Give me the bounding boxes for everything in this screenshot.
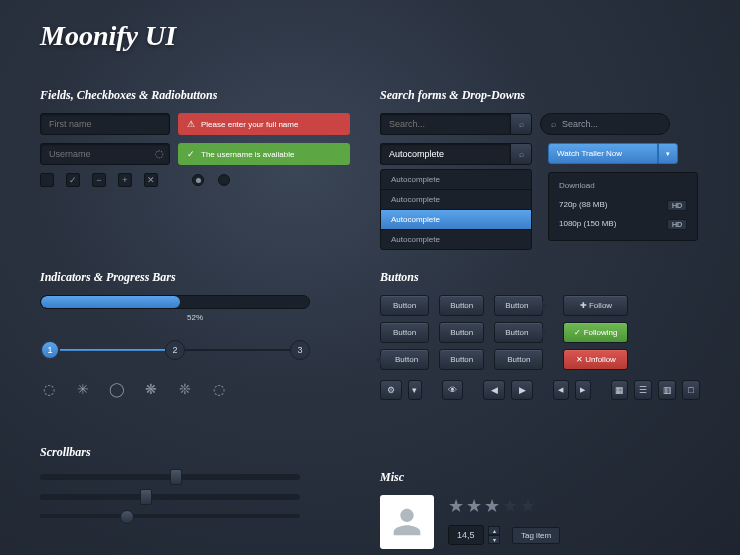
- button-arrow-right[interactable]: Button: [494, 295, 543, 316]
- dropdown-item[interactable]: Autocomplete: [381, 190, 531, 210]
- avatar: [380, 495, 434, 549]
- search-icon: ⌕: [519, 119, 524, 129]
- button[interactable]: Button: [439, 295, 484, 316]
- button-arrow-left[interactable]: Button: [380, 349, 429, 370]
- view-single-button[interactable]: □: [682, 380, 700, 400]
- button[interactable]: Button: [380, 295, 429, 316]
- spinner-icon: ◌: [40, 380, 58, 398]
- watch-trailer-label: Watch Trailer Now: [548, 143, 658, 164]
- dropdown-item-selected[interactable]: Autocomplete: [381, 210, 531, 230]
- columns-icon: ▥: [663, 385, 672, 395]
- triangle-right-icon: ▶: [580, 386, 585, 394]
- step-2[interactable]: 2: [165, 340, 185, 360]
- first-name-input[interactable]: [40, 113, 170, 135]
- success-text: The username is available: [201, 150, 294, 159]
- button[interactable]: Button: [380, 322, 429, 343]
- star-rating[interactable]: ★★★★★: [448, 495, 614, 517]
- progress-label: 52%: [40, 313, 350, 322]
- checkbox-minus[interactable]: −: [92, 173, 106, 187]
- download-popup: Download 720p (88 MB)HD 1080p (150 MB)HD: [548, 172, 698, 241]
- search-button[interactable]: ⌕: [510, 143, 532, 165]
- watch-trailer-button[interactable]: Watch Trailer Now ▾: [548, 143, 678, 164]
- dropdown-toggle[interactable]: ▾: [408, 380, 422, 400]
- checkbox-plus[interactable]: +: [118, 173, 132, 187]
- radio-on[interactable]: [192, 174, 204, 186]
- dropdown-item[interactable]: Autocomplete: [381, 170, 531, 190]
- checkbox-checked[interactable]: ✓: [66, 173, 80, 187]
- loading-icon: ◌: [155, 148, 164, 159]
- section-search: Search forms & Drop-Downs: [380, 88, 700, 103]
- progress-bar: [40, 295, 310, 309]
- prev-button-small[interactable]: ◀: [553, 380, 569, 400]
- triangle-left-icon: ◀: [491, 385, 498, 395]
- scrollbar-2[interactable]: [40, 494, 300, 500]
- gear-icon: ⚙: [387, 385, 395, 395]
- tag-item[interactable]: Tag item: [512, 527, 560, 544]
- next-button[interactable]: ▶: [511, 380, 533, 400]
- section-misc: Misc: [380, 470, 700, 485]
- success-message: ✓ The username is available: [178, 143, 350, 165]
- chevron-up-icon[interactable]: ▴: [488, 526, 500, 535]
- settings-button[interactable]: ⚙: [380, 380, 402, 400]
- triangle-left-icon: ◀: [558, 386, 563, 394]
- eye-icon: 👁: [448, 385, 457, 395]
- download-heading: Download: [549, 179, 697, 196]
- triangle-right-icon: ▶: [519, 385, 526, 395]
- radio-off[interactable]: [218, 174, 230, 186]
- view-button[interactable]: 👁: [442, 380, 464, 400]
- button[interactable]: Button: [439, 349, 484, 370]
- check-icon: ✓: [186, 149, 196, 159]
- scrollbar-1[interactable]: [40, 474, 300, 480]
- section-fields: Fields, Checkboxes & Radiobuttons: [40, 88, 350, 103]
- search-input[interactable]: [380, 113, 510, 135]
- button[interactable]: Button: [494, 349, 543, 370]
- spinner-icon: ❊: [176, 380, 194, 398]
- star-icon: ★: [448, 496, 466, 516]
- search-icon: ⌕: [519, 149, 524, 159]
- scrollbar-handle[interactable]: [120, 510, 134, 524]
- stepper-buttons[interactable]: ▴ ▾: [488, 526, 500, 544]
- checkbox-empty[interactable]: [40, 173, 54, 187]
- button-arrow-right[interactable]: Button: [494, 322, 543, 343]
- error-text: Please enter your full name: [201, 120, 298, 129]
- scrollbar-handle[interactable]: [170, 469, 182, 485]
- step-1[interactable]: 1: [40, 340, 60, 360]
- chevron-down-icon[interactable]: ▾: [658, 143, 678, 164]
- star-icon: ★: [466, 496, 484, 516]
- progress-fill: [41, 296, 180, 308]
- unfollow-button[interactable]: ✕ Unfollow: [563, 349, 628, 370]
- step-indicator: 1 2 3: [40, 340, 310, 360]
- next-button-small[interactable]: ▶: [575, 380, 591, 400]
- hd-badge: HD: [667, 200, 687, 211]
- download-option[interactable]: 1080p (150 MB)HD: [549, 215, 697, 234]
- step-3[interactable]: 3: [290, 340, 310, 360]
- follow-button[interactable]: ✚ Follow: [563, 295, 628, 316]
- check-icon: ✓: [574, 328, 583, 337]
- spinner-icon: ❋: [142, 380, 160, 398]
- prev-button[interactable]: ◀: [483, 380, 505, 400]
- following-button[interactable]: ✓ Following: [563, 322, 628, 343]
- star-icon: ★: [520, 496, 538, 516]
- username-input[interactable]: [40, 143, 170, 165]
- download-option[interactable]: 720p (88 MB)HD: [549, 196, 697, 215]
- autocomplete-input[interactable]: [380, 143, 510, 165]
- person-icon: [387, 502, 427, 542]
- button[interactable]: Button: [439, 322, 484, 343]
- stepper-value[interactable]: 14,5: [448, 525, 484, 545]
- scrollbar-3[interactable]: [40, 514, 300, 518]
- view-list-button[interactable]: ☰: [634, 380, 652, 400]
- dropdown-item[interactable]: Autocomplete: [381, 230, 531, 249]
- square-icon: □: [688, 385, 693, 395]
- view-columns-button[interactable]: ▥: [658, 380, 676, 400]
- star-icon: ★: [484, 496, 502, 516]
- grid-icon: ▦: [615, 385, 624, 395]
- scrollbar-handle[interactable]: [140, 489, 152, 505]
- search-icon: ⌕: [551, 119, 556, 129]
- section-indicators: Indicators & Progress Bars: [40, 270, 350, 285]
- alert-icon: ⚠: [186, 119, 196, 129]
- view-grid-button[interactable]: ▦: [611, 380, 629, 400]
- search-button[interactable]: ⌕: [510, 113, 532, 135]
- chevron-down-icon[interactable]: ▾: [488, 535, 500, 544]
- checkbox-x[interactable]: ✕: [144, 173, 158, 187]
- search-rounded[interactable]: ⌕ Search...: [540, 113, 670, 135]
